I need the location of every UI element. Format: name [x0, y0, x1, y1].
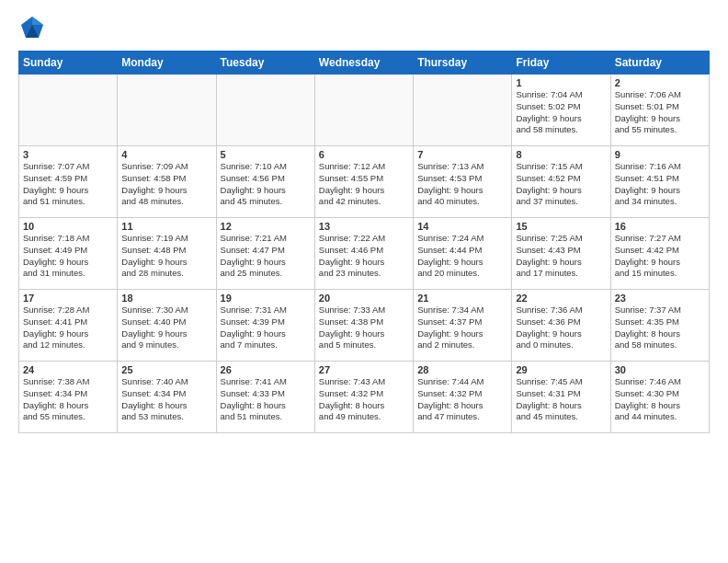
- day-number: 6: [319, 149, 409, 160]
- calendar-cell: 5Sunrise: 7:10 AM Sunset: 4:56 PM Daylig…: [216, 146, 314, 218]
- calendar-cell: 15Sunrise: 7:25 AM Sunset: 4:43 PM Dayli…: [512, 218, 610, 290]
- day-info: Sunrise: 7:06 AM Sunset: 5:01 PM Dayligh…: [615, 89, 705, 136]
- calendar-cell: 27Sunrise: 7:43 AM Sunset: 4:32 PM Dayli…: [314, 362, 413, 433]
- calendar-cell: 24Sunrise: 7:38 AM Sunset: 4:34 PM Dayli…: [19, 362, 118, 433]
- day-info: Sunrise: 7:31 AM Sunset: 4:39 PM Dayligh…: [221, 304, 311, 351]
- day-number: 19: [221, 293, 311, 304]
- day-number: 13: [319, 221, 409, 232]
- weekday-header: Wednesday: [314, 52, 413, 75]
- calendar-cell: 16Sunrise: 7:27 AM Sunset: 4:42 PM Dayli…: [610, 218, 709, 290]
- day-number: 14: [417, 221, 507, 232]
- day-number: 18: [121, 293, 211, 304]
- calendar-cell: 4Sunrise: 7:09 AM Sunset: 4:58 PM Daylig…: [118, 146, 216, 218]
- day-info: Sunrise: 7:07 AM Sunset: 4:59 PM Dayligh…: [23, 161, 113, 208]
- calendar-cell: 19Sunrise: 7:31 AM Sunset: 4:39 PM Dayli…: [216, 290, 314, 362]
- day-number: 12: [221, 221, 311, 232]
- day-info: Sunrise: 7:30 AM Sunset: 4:40 PM Dayligh…: [121, 304, 211, 351]
- logo-icon: [18, 14, 46, 41]
- day-number: 24: [23, 364, 113, 375]
- calendar-cell: 13Sunrise: 7:22 AM Sunset: 4:46 PM Dayli…: [314, 218, 413, 290]
- day-info: Sunrise: 7:44 AM Sunset: 4:32 PM Dayligh…: [417, 376, 507, 423]
- calendar-cell: 17Sunrise: 7:28 AM Sunset: 4:41 PM Dayli…: [19, 290, 118, 362]
- day-info: Sunrise: 7:13 AM Sunset: 4:53 PM Dayligh…: [417, 161, 507, 208]
- day-info: Sunrise: 7:36 AM Sunset: 4:36 PM Dayligh…: [516, 304, 606, 351]
- calendar-week-row: 17Sunrise: 7:28 AM Sunset: 4:41 PM Dayli…: [19, 290, 710, 362]
- weekday-header: Thursday: [414, 52, 512, 75]
- weekday-header: Friday: [512, 52, 610, 75]
- day-info: Sunrise: 7:19 AM Sunset: 4:48 PM Dayligh…: [121, 233, 211, 280]
- day-info: Sunrise: 7:41 AM Sunset: 4:33 PM Dayligh…: [221, 376, 311, 423]
- calendar-cell: [118, 75, 216, 146]
- calendar-cell: 22Sunrise: 7:36 AM Sunset: 4:36 PM Dayli…: [512, 290, 610, 362]
- day-info: Sunrise: 7:33 AM Sunset: 4:38 PM Dayligh…: [319, 304, 409, 351]
- calendar-cell: 26Sunrise: 7:41 AM Sunset: 4:33 PM Dayli…: [216, 362, 314, 433]
- day-number: 16: [615, 221, 705, 232]
- day-info: Sunrise: 7:37 AM Sunset: 4:35 PM Dayligh…: [615, 304, 705, 351]
- calendar-week-row: 3Sunrise: 7:07 AM Sunset: 4:59 PM Daylig…: [19, 146, 710, 218]
- calendar-cell: 6Sunrise: 7:12 AM Sunset: 4:55 PM Daylig…: [314, 146, 413, 218]
- calendar-week-row: 10Sunrise: 7:18 AM Sunset: 4:49 PM Dayli…: [19, 218, 710, 290]
- day-info: Sunrise: 7:18 AM Sunset: 4:49 PM Dayligh…: [23, 233, 113, 280]
- calendar-cell: 30Sunrise: 7:46 AM Sunset: 4:30 PM Dayli…: [610, 362, 709, 433]
- day-number: 22: [516, 293, 606, 304]
- day-info: Sunrise: 7:28 AM Sunset: 4:41 PM Dayligh…: [23, 304, 113, 351]
- calendar-cell: 2Sunrise: 7:06 AM Sunset: 5:01 PM Daylig…: [610, 75, 709, 146]
- calendar-cell: [414, 75, 512, 146]
- day-info: Sunrise: 7:12 AM Sunset: 4:55 PM Dayligh…: [319, 161, 409, 208]
- calendar-cell: 25Sunrise: 7:40 AM Sunset: 4:34 PM Dayli…: [118, 362, 216, 433]
- svg-marker-1: [32, 17, 43, 25]
- day-number: 5: [221, 149, 311, 160]
- day-number: 11: [121, 221, 211, 232]
- day-number: 10: [23, 221, 113, 232]
- day-number: 3: [23, 149, 113, 160]
- calendar-cell: 18Sunrise: 7:30 AM Sunset: 4:40 PM Dayli…: [118, 290, 216, 362]
- day-info: Sunrise: 7:16 AM Sunset: 4:51 PM Dayligh…: [615, 161, 705, 208]
- calendar-cell: 3Sunrise: 7:07 AM Sunset: 4:59 PM Daylig…: [19, 146, 118, 218]
- day-number: 1: [516, 77, 606, 88]
- day-number: 9: [615, 149, 705, 160]
- calendar-table: SundayMondayTuesdayWednesdayThursdayFrid…: [18, 51, 710, 433]
- day-number: 28: [417, 364, 507, 375]
- day-info: Sunrise: 7:04 AM Sunset: 5:02 PM Dayligh…: [516, 89, 606, 136]
- calendar-cell: 29Sunrise: 7:45 AM Sunset: 4:31 PM Dayli…: [512, 362, 610, 433]
- day-number: 26: [221, 364, 311, 375]
- weekday-header: Saturday: [610, 52, 709, 75]
- calendar-cell: 23Sunrise: 7:37 AM Sunset: 4:35 PM Dayli…: [610, 290, 709, 362]
- day-number: 21: [417, 293, 507, 304]
- weekday-header: Monday: [118, 52, 216, 75]
- day-number: 2: [615, 77, 705, 88]
- day-info: Sunrise: 7:15 AM Sunset: 4:52 PM Dayligh…: [516, 161, 606, 208]
- day-info: Sunrise: 7:45 AM Sunset: 4:31 PM Dayligh…: [516, 376, 606, 423]
- day-info: Sunrise: 7:38 AM Sunset: 4:34 PM Dayligh…: [23, 376, 113, 423]
- day-number: 15: [516, 221, 606, 232]
- day-info: Sunrise: 7:25 AM Sunset: 4:43 PM Dayligh…: [516, 233, 606, 280]
- day-number: 25: [121, 364, 211, 375]
- day-info: Sunrise: 7:09 AM Sunset: 4:58 PM Dayligh…: [121, 161, 211, 208]
- day-number: 17: [23, 293, 113, 304]
- weekday-header: Tuesday: [216, 52, 314, 75]
- calendar-cell: 1Sunrise: 7:04 AM Sunset: 5:02 PM Daylig…: [512, 75, 610, 146]
- page: SundayMondayTuesdayWednesdayThursdayFrid…: [0, 0, 728, 563]
- logo: [18, 14, 50, 41]
- day-number: 4: [121, 149, 211, 160]
- calendar-cell: 7Sunrise: 7:13 AM Sunset: 4:53 PM Daylig…: [414, 146, 512, 218]
- calendar-cell: [216, 75, 314, 146]
- calendar-cell: 20Sunrise: 7:33 AM Sunset: 4:38 PM Dayli…: [314, 290, 413, 362]
- calendar-cell: 8Sunrise: 7:15 AM Sunset: 4:52 PM Daylig…: [512, 146, 610, 218]
- day-number: 27: [319, 364, 409, 375]
- day-number: 30: [615, 364, 705, 375]
- day-info: Sunrise: 7:21 AM Sunset: 4:47 PM Dayligh…: [221, 233, 311, 280]
- calendar-week-row: 24Sunrise: 7:38 AM Sunset: 4:34 PM Dayli…: [19, 362, 710, 433]
- day-number: 7: [417, 149, 507, 160]
- day-info: Sunrise: 7:27 AM Sunset: 4:42 PM Dayligh…: [615, 233, 705, 280]
- calendar-cell: 21Sunrise: 7:34 AM Sunset: 4:37 PM Dayli…: [414, 290, 512, 362]
- day-info: Sunrise: 7:34 AM Sunset: 4:37 PM Dayligh…: [417, 304, 507, 351]
- day-info: Sunrise: 7:22 AM Sunset: 4:46 PM Dayligh…: [319, 233, 409, 280]
- day-info: Sunrise: 7:10 AM Sunset: 4:56 PM Dayligh…: [221, 161, 311, 208]
- calendar-cell: 10Sunrise: 7:18 AM Sunset: 4:49 PM Dayli…: [19, 218, 118, 290]
- day-info: Sunrise: 7:46 AM Sunset: 4:30 PM Dayligh…: [615, 376, 705, 423]
- day-number: 8: [516, 149, 606, 160]
- calendar-cell: 11Sunrise: 7:19 AM Sunset: 4:48 PM Dayli…: [118, 218, 216, 290]
- calendar-cell: [314, 75, 413, 146]
- weekday-header: Sunday: [19, 52, 118, 75]
